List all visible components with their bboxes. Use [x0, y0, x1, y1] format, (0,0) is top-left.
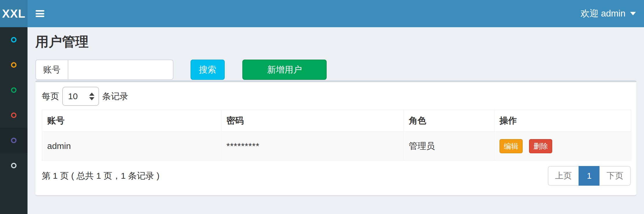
sidebar-item-5[interactable]	[0, 128, 28, 153]
page-size-prefix-label: 每页	[42, 91, 59, 102]
navbar-main: 欢迎 admin	[28, 0, 644, 27]
sidebar-item-3[interactable]	[0, 78, 28, 103]
select-spinner-icon	[89, 93, 94, 100]
main-content: 用户管理 账号 搜索 新增用户 每页 10 条记录 账号	[28, 27, 644, 214]
pagination-prev-button[interactable]: 上页	[548, 166, 579, 186]
header-role: 角色	[404, 110, 494, 132]
page-title: 用户管理	[35, 35, 636, 49]
user-table: 账号 密码 角色 操作 admin ********* 管理员 编辑 删除	[42, 110, 631, 161]
edit-button[interactable]: 编辑	[500, 139, 523, 153]
delete-button[interactable]: 删除	[529, 139, 552, 153]
sidebar-item-4[interactable]	[0, 103, 28, 128]
welcome-label: 欢迎 admin	[581, 8, 625, 20]
cell-account: admin	[42, 132, 221, 160]
circle-icon	[11, 87, 17, 93]
circle-icon	[11, 62, 17, 68]
header-password: 密码	[221, 110, 404, 132]
pagination-current-page[interactable]: 1	[579, 166, 600, 186]
sidebar-item-6[interactable]	[0, 153, 28, 178]
add-user-button[interactable]: 新增用户	[242, 60, 327, 80]
table-footer: 第 1 页 ( 总共 1 页，1 条记录 ) 上页 1 下页	[42, 166, 631, 186]
cell-actions: 编辑 删除	[494, 132, 631, 160]
account-input-group: 账号	[35, 60, 173, 80]
table-header-row: 账号 密码 角色 操作	[42, 110, 631, 132]
cell-password: *********	[221, 132, 404, 160]
pagination-info: 第 1 页 ( 总共 1 页，1 条记录 )	[42, 170, 160, 182]
user-table-panel: 每页 10 条记录 账号 密码 角色 操作	[35, 80, 636, 195]
sidebar-item-2[interactable]	[0, 52, 28, 78]
pagination-next-button[interactable]: 下页	[599, 166, 631, 186]
page-size-control: 每页 10 条记录	[42, 87, 631, 106]
header-actions: 操作	[494, 110, 631, 132]
search-toolbar: 账号 搜索 新增用户	[35, 60, 636, 80]
page-size-select[interactable]: 10	[62, 87, 99, 106]
circle-icon	[11, 138, 17, 143]
sidebar-item-1[interactable]	[0, 27, 28, 52]
account-input-label: 账号	[35, 60, 68, 80]
table-row: admin ********* 管理员 编辑 删除	[42, 132, 631, 160]
account-search-input[interactable]	[68, 60, 173, 80]
circle-icon	[11, 112, 17, 118]
user-menu[interactable]: 欢迎 admin	[581, 8, 636, 20]
circle-icon	[11, 37, 17, 43]
search-button[interactable]: 搜索	[191, 60, 225, 80]
chevron-down-icon	[630, 12, 636, 15]
cell-role: 管理员	[404, 132, 494, 160]
circle-icon	[11, 163, 17, 168]
top-navbar: XXL 欢迎 admin	[0, 0, 644, 27]
page-size-suffix-label: 条记录	[102, 91, 128, 102]
pagination: 上页 1 下页	[548, 166, 631, 186]
brand-logo[interactable]: XXL	[0, 0, 28, 27]
sidebar-toggle-hamburger-icon[interactable]	[36, 10, 44, 17]
header-account: 账号	[42, 110, 221, 132]
page-size-value: 10	[68, 91, 78, 101]
sidebar	[0, 27, 28, 214]
